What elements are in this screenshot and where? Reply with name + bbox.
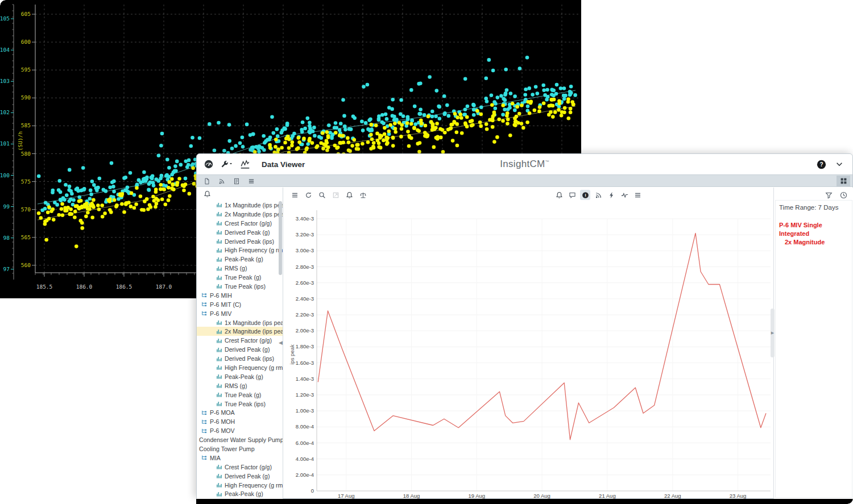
data-viewer-button[interactable] [240, 159, 250, 169]
filter-button[interactable] [823, 190, 834, 200]
svg-text:605: 605 [21, 11, 31, 17]
svg-text:1.20e-3: 1.20e-3 [296, 391, 314, 398]
gauge-icon [204, 159, 214, 169]
bar-chart-icon [216, 274, 222, 281]
dashboard-button[interactable] [204, 159, 214, 169]
tree-item[interactable]: Crest Factor (g/g) [197, 336, 283, 345]
svg-text:2.40e-3: 2.40e-3 [296, 295, 314, 302]
legend-card: Time Range: 7 Days P-6 MIV Single Integr… [775, 200, 852, 498]
bell-icon [556, 191, 563, 199]
tree-node-icon [201, 428, 208, 434]
zoom-icon [318, 191, 326, 199]
bell-button[interactable] [554, 190, 564, 200]
header-right-icons: ? [816, 154, 844, 174]
tree-item[interactable]: RMS (g) [197, 264, 283, 273]
feed-icon [218, 178, 225, 185]
export-button[interactable] [330, 190, 341, 200]
menu-button[interactable] [246, 176, 256, 186]
svg-text:186.5: 186.5 [116, 284, 132, 290]
tree-item[interactable]: Derived Peak (g) [197, 228, 283, 237]
help-button[interactable]: ? [816, 159, 826, 169]
tree-item-label: Derived Peak (g) [225, 229, 270, 236]
tree-item[interactable]: P-6 MIT (C) [197, 300, 283, 309]
tree-item[interactable]: True Peak (g) [197, 390, 283, 399]
tree-item-label: 2x Magnitude (ips peak) [225, 328, 283, 335]
tree-item[interactable]: MIA [197, 453, 283, 463]
alarms-button[interactable] [202, 189, 212, 199]
tree-item[interactable]: RMS (g) [197, 381, 283, 390]
document-button[interactable] [202, 176, 212, 186]
tree-item[interactable]: 2x Magnitude (ips peak) [197, 210, 283, 219]
collapse-header-button[interactable] [834, 159, 844, 169]
tree-item[interactable]: Cooling Tower Pump [197, 444, 283, 453]
report-button[interactable] [231, 176, 242, 186]
zoom-button[interactable] [317, 190, 327, 200]
sidebar-scrollbar-thumb[interactable] [279, 201, 282, 275]
tree-item[interactable]: 1x Magnitude (ips peak) [197, 201, 283, 210]
bar-chart-icon [216, 364, 222, 370]
menu-button[interactable] [632, 190, 643, 200]
svg-text:3.40e-3: 3.40e-3 [296, 215, 314, 222]
svg-text:585: 585 [21, 122, 31, 128]
tree-item-label: Crest Factor (g/g) [225, 337, 272, 344]
tree-item[interactable]: P-6 MOV [197, 426, 283, 435]
clock-button[interactable] [838, 190, 848, 200]
tree-item[interactable]: 1x Magnitude (ips peak) [197, 318, 283, 327]
tree-item[interactable]: P-6 MOA [197, 408, 283, 417]
chart-settings-panel: Time Range: 7 Days P-6 MIV Single Integr… [773, 188, 853, 499]
right-panel-icons [823, 190, 848, 200]
series-legend[interactable]: P-6 MIV Single Integrated 2x Magnitude [776, 221, 852, 247]
chevron-down-icon [835, 160, 843, 168]
tree-item[interactable]: Derived Peak (g) [197, 472, 283, 481]
bell-icon [346, 191, 353, 199]
info-button[interactable]: i [580, 190, 590, 200]
tree-item[interactable]: High Frequency (g rms) [197, 245, 283, 255]
svg-text:595: 595 [21, 66, 31, 73]
svg-text:19 Aug: 19 Aug [469, 493, 486, 499]
tree-item[interactable]: True Peak (ips) [197, 282, 283, 291]
tree-item[interactable]: P-6 MIH [197, 291, 283, 300]
broadcast-icon [595, 191, 602, 199]
bar-chart-icon [216, 211, 222, 217]
tree-item[interactable]: Crest Factor (g/g) [197, 219, 283, 228]
svg-text:8.00e-4: 8.00e-4 [296, 423, 314, 430]
tree-item-selected[interactable]: 2x Magnitude (ips peak) [197, 327, 283, 336]
tree-item[interactable]: High Frequency (g rms) [197, 363, 283, 372]
tools-menu-button[interactable] [220, 159, 234, 169]
tree-item[interactable]: Condenser Water Supply Pump P-7 [197, 435, 283, 444]
bar-chart-icon [216, 391, 222, 398]
refresh-icon [305, 191, 312, 199]
tree-item[interactable]: Peak-Peak (g) [197, 372, 283, 381]
bolt-button[interactable] [606, 190, 616, 200]
tree-item[interactable]: Derived Peak (g) [197, 345, 283, 354]
tree-item-label: Derived Peak (g) [225, 473, 270, 480]
tree-item[interactable]: Derived Peak (ips) [197, 237, 283, 246]
svg-text:98: 98 [3, 235, 10, 241]
caret-down-icon [229, 162, 234, 166]
broadcast-button[interactable] [593, 190, 603, 200]
bar-chart-icon [216, 482, 222, 488]
tree-item[interactable]: P-6 MOH [197, 417, 283, 426]
refresh-button[interactable] [303, 190, 313, 200]
tree-item[interactable]: Peak-Peak (g) [197, 255, 283, 264]
tree-item[interactable]: Crest Factor (g/g) [197, 463, 283, 472]
sidebar-collapse-handle[interactable]: ◀ [279, 340, 283, 345]
bar-chart-icon [216, 464, 222, 470]
tree-item-label: Crest Factor (g/g) [225, 220, 272, 227]
trend-chart[interactable]: 02.00e-44.00e-46.00e-48.00e-41.00e-31.20… [283, 200, 772, 499]
pulse-button[interactable] [619, 190, 630, 200]
feed-button[interactable] [217, 176, 227, 186]
tree-item[interactable]: Derived Peak (ips) [197, 354, 283, 363]
tree-item[interactable]: High Frequency (g rms) [197, 481, 283, 490]
tree-item[interactable]: True Peak (ips) [197, 399, 283, 409]
scale-button[interactable] [358, 190, 368, 200]
apps-grid-button[interactable] [837, 176, 850, 186]
bell-button[interactable] [344, 190, 354, 200]
menu-button[interactable] [289, 190, 300, 200]
clock-icon [840, 191, 847, 199]
comment-button[interactable] [567, 190, 577, 200]
tree-item[interactable]: Peak-Peak (g) [197, 490, 283, 499]
tree-item[interactable]: P-6 MIV [197, 309, 283, 318]
tree-item-label: True Peak (ips) [225, 401, 266, 407]
tree-item[interactable]: True Peak (g) [197, 273, 283, 282]
